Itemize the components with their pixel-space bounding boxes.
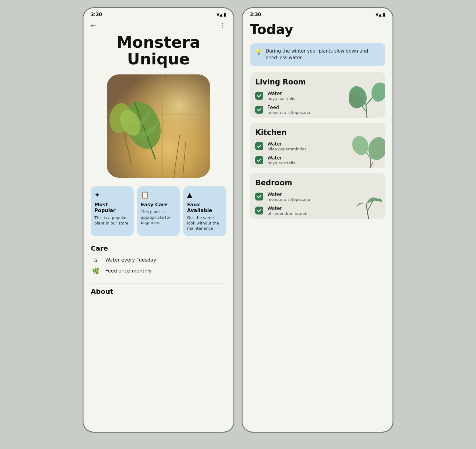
tag-desc-2: Get the same look without the maintenanc… <box>187 215 223 231</box>
more-button[interactable]: ⋮ <box>219 22 226 29</box>
plant-title: Monstera Unique <box>91 34 226 67</box>
status-bar-left: 3:30 ▼▲ ▮ <box>83 8 233 19</box>
task-item: Water hoya australis <box>255 91 380 101</box>
clipboard-icon: 📋 <box>141 191 176 199</box>
task-list-living-room: Water hoya australis Feed monstera silte… <box>255 91 380 115</box>
task-list-kitchen: Water pilea peperomiodes Water hoya aust… <box>255 141 380 165</box>
back-button[interactable]: ← <box>91 22 96 29</box>
task-item: Water monstera siltepecana <box>255 191 380 202</box>
task-info: Water hoya australis <box>267 155 295 165</box>
tag-faux: ▲ Faux Available Get the same look witho… <box>183 186 226 236</box>
right-phone: 3:30 ▼▲ ▮ Today 💡 During the winter your… <box>242 7 393 433</box>
task-item: Water pilea peperomiodes <box>255 141 380 151</box>
task-plant: monstera siltepecana <box>267 197 310 202</box>
task-action: Water <box>267 205 307 211</box>
task-action: Water <box>267 141 306 147</box>
checkbox[interactable] <box>255 156 263 164</box>
care-text-water: Water every Tuesday <box>105 257 156 263</box>
tree-icon: ▲ <box>187 191 223 199</box>
lightbulb-icon: 💡 <box>255 49 262 55</box>
water-icon: ≋ <box>91 256 100 264</box>
task-item: Water philodendron brandi <box>255 205 380 216</box>
room-card-kitchen: Kitchen Water pilea peperomiodes <box>250 123 385 168</box>
wifi-icon: ▼▲ <box>216 12 223 17</box>
room-card-living-room: Living Room Water hoya australis <box>250 72 385 118</box>
tag-most-popular: ✦ Most Popular This is a popular plant i… <box>91 186 134 236</box>
checkbox[interactable] <box>255 106 263 114</box>
task-info: Feed monstera siltepecana <box>267 105 310 115</box>
checkbox[interactable] <box>255 92 263 100</box>
top-nav: ← ⋮ <box>91 19 226 34</box>
tag-desc-0: This is a popular plant in our store <box>94 215 130 226</box>
status-icons-right: ▼▲ ▮ <box>376 12 385 17</box>
checkbox[interactable] <box>255 193 263 201</box>
room-card-bedroom: Bedroom Water monstera siltepecana <box>250 173 385 219</box>
tag-title-1: Easy Care <box>141 202 176 207</box>
task-action: Water <box>267 155 295 161</box>
tag-title-2: Faux Available <box>187 202 223 213</box>
care-list: ≋ Water every Tuesday 🌿 Feed once monthl… <box>91 256 226 275</box>
tip-text: During the winter your plants slow down … <box>266 48 380 61</box>
checkbox[interactable] <box>255 207 263 214</box>
wifi-icon-right: ▼▲ <box>376 12 382 17</box>
left-content: ← ⋮ Monstera Unique <box>83 19 233 432</box>
task-info: Water pilea peperomiodes <box>267 141 306 151</box>
sparkle-icon: ✦ <box>94 191 130 199</box>
battery-icon-right: ▮ <box>383 12 385 17</box>
task-plant: monstera siltepecana <box>267 110 310 115</box>
status-time-left: 3:30 <box>91 12 102 17</box>
care-item-water: ≋ Water every Tuesday <box>91 256 226 264</box>
task-plant: philodendron brandi <box>267 211 307 216</box>
status-bar-right: 3:30 ▼▲ ▮ <box>243 8 393 19</box>
about-section-title: About <box>91 288 226 295</box>
task-action: Feed <box>267 105 310 110</box>
tip-card: 💡 During the winter your plants slow dow… <box>250 43 385 66</box>
leaf-icon: 🌿 <box>91 267 100 275</box>
task-plant: pilea peperomiodes <box>267 147 306 151</box>
checkbox[interactable] <box>255 142 263 150</box>
status-time-right: 3:30 <box>250 12 261 17</box>
plant-image <box>107 74 210 178</box>
tag-desc-1: This plant is appropriate for beginners <box>141 209 176 225</box>
task-action: Water <box>267 191 310 197</box>
task-list-bedroom: Water monstera siltepecana Water philode… <box>255 191 380 216</box>
task-info: Water hoya australis <box>267 91 295 101</box>
right-content: Today 💡 During the winter your plants sl… <box>243 19 393 432</box>
divider <box>91 283 226 283</box>
task-info: Water monstera siltepecana <box>267 191 310 202</box>
page-title: Today <box>250 22 385 37</box>
task-plant: hoya australis <box>267 161 295 165</box>
tags-row: ✦ Most Popular This is a popular plant i… <box>91 186 226 236</box>
status-icons-left: ▼▲ ▮ <box>216 12 226 17</box>
tag-title-0: Most Popular <box>94 202 130 213</box>
task-item: Feed monstera siltepecana <box>255 105 380 115</box>
svg-rect-2 <box>162 74 163 178</box>
care-section-title: Care <box>91 245 226 252</box>
task-action: Water <box>267 91 295 96</box>
battery-icon: ▮ <box>224 12 226 17</box>
task-item: Water hoya australis <box>255 155 380 165</box>
care-item-feed: 🌿 Feed once monthly <box>91 267 226 275</box>
task-plant: hoya australis <box>267 96 295 101</box>
task-info: Water philodendron brandi <box>267 205 307 216</box>
tag-easy-care: 📋 Easy Care This plant is appropriate fo… <box>137 186 180 236</box>
care-text-feed: Feed once monthly <box>105 268 152 274</box>
left-phone: 3:30 ▼▲ ▮ ← ⋮ Monstera Unique <box>83 7 234 433</box>
